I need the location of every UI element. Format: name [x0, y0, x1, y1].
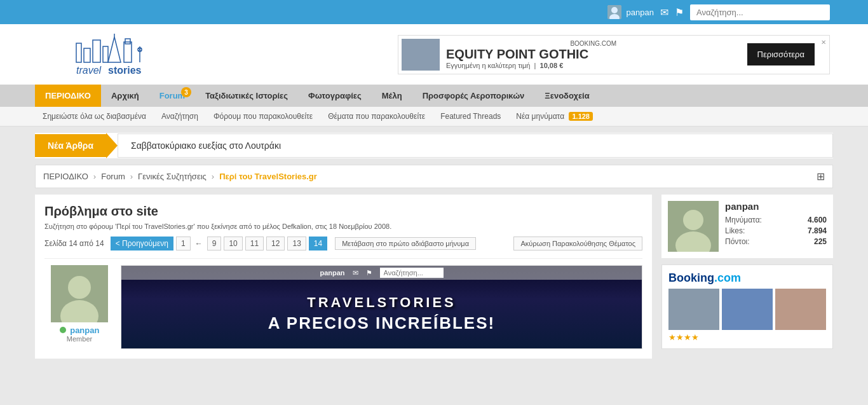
sub-nav-watched-forums[interactable]: Φόρουμ που παρακολουθείτε: [206, 107, 320, 126]
stat-points: Πόντοι: 225: [725, 237, 827, 246]
inner-icon-1[interactable]: ✉: [353, 269, 358, 277]
breadcrumb-sep-3: ›: [212, 172, 214, 181]
online-indicator: [60, 327, 66, 333]
new-article-bar: Νέα Άρθρα Σαββατοκύριακο ευεξίας στο Λου…: [35, 133, 833, 158]
svg-text:stories: stories: [108, 65, 142, 76]
sidebar-profile-avatar: [668, 201, 719, 252]
page-btn-12[interactable]: 12: [266, 237, 285, 251]
top-bar: panpan ✉ ⚑: [0, 0, 868, 24]
page-btn-13[interactable]: 13: [287, 237, 306, 251]
svg-point-18: [68, 276, 91, 299]
thread-info: Συζήτηση στο φόρουμ 'Περί του TravelStor…: [44, 223, 642, 230]
page-btn-1[interactable]: 1: [176, 237, 191, 251]
new-article-label[interactable]: Νέα Άρθρα: [35, 134, 106, 157]
nav-item-periodiko[interactable]: ΠΕΡΙΟΔΙΚΟ: [35, 85, 101, 107]
svg-rect-10: [125, 39, 130, 44]
sub-nav-watched-threads[interactable]: Θέματα που παρακολουθείτε: [320, 107, 433, 126]
svg-rect-4: [84, 48, 90, 62]
unwatch-button[interactable]: Ακύρωση Παρακολούθησης Θέματος: [513, 237, 642, 251]
svg-marker-7: [108, 37, 121, 62]
nav-item-travel-stories[interactable]: Ταξιδιωτικές Ιστορίες: [195, 85, 298, 107]
sidebar-profile-name[interactable]: panpan: [725, 201, 827, 212]
thread-content: Πρόβλημα στο site Συζήτηση στο φόρουμ 'Π…: [35, 195, 652, 359]
sidebar-booking-ad: Booking.com ★★★★: [661, 264, 833, 349]
sidebar-profile-info: panpan Μηνύματα: 4.600 Likes: 7.894 Πόντ…: [725, 201, 827, 252]
breadcrumb-about[interactable]: Περί του TravelStories.gr: [219, 172, 317, 181]
post-author-avatar: [51, 265, 108, 322]
ad-subtitle: Εγγυημένη η καλύτερη τιμή | 10,08 €: [446, 62, 741, 69]
breadcrumb-forum[interactable]: Forum: [101, 172, 125, 181]
sidebar-booking-stars: ★★★★: [668, 333, 826, 342]
svg-rect-3: [76, 43, 81, 62]
new-article-title[interactable]: Σαββατοκύριακο ευεξίας στο Λουτράκι: [118, 134, 833, 158]
svg-text:travel: travel: [76, 65, 102, 76]
booking-img-1: [668, 289, 719, 330]
arrow-decoration: [106, 133, 118, 158]
main-nav: ΠΕΡΙΟΔΙΚΟ Αρχική Forum 3 Ταξιδιωτικές Ισ…: [0, 85, 868, 107]
svg-point-1: [611, 7, 618, 13]
stat-likes: Likes: 7.894: [725, 226, 827, 235]
new-messages-badge: 1.128: [569, 112, 593, 121]
ad-more-button[interactable]: Περισσότερα: [747, 43, 815, 65]
ad-price: 10,08 €: [540, 62, 564, 69]
nav-item-forum[interactable]: Forum 3: [149, 85, 195, 107]
nav-item-photos[interactable]: Φωτογραφίες: [298, 85, 372, 107]
ellipsis-1: ←: [193, 239, 205, 248]
nav-item-arxiki[interactable]: Αρχική: [101, 85, 149, 107]
svg-rect-5: [93, 40, 100, 62]
sub-nav-mark-read[interactable]: Σημειώστε όλα ως διαβασμένα: [35, 107, 154, 126]
page-btn-14[interactable]: 14: [309, 237, 327, 251]
nav-item-offers[interactable]: Προσφορές Αεροπορικών: [412, 85, 535, 107]
post-content: panpan ✉ ⚑ TRAVELSTORIES A PRECIOS INCRE…: [121, 265, 642, 349]
sub-nav-new-messages[interactable]: Νέα μηνύματα 1.128: [508, 107, 600, 126]
stat-messages: Μηνύματα: 4.600: [725, 216, 827, 224]
ad-source: BOOKING.COM: [446, 40, 741, 47]
breadcrumb: ΠΕΡΙΟΔΙΚΟ › Forum › Γενικές Συζητήσεις ›…: [43, 172, 317, 181]
post-area: panpan Member panpan ✉ ⚑ TRAVELSTORIES A…: [44, 258, 642, 349]
breadcrumb-sep-2: ›: [130, 172, 133, 181]
breadcrumb-icon: ⊞: [817, 170, 825, 182]
post-inner-username: panpan: [320, 269, 344, 277]
post-username[interactable]: panpan: [70, 326, 99, 335]
nav-item-hotels[interactable]: Ξενοδοχεία: [534, 85, 599, 107]
breadcrumb-general[interactable]: Γενικές Συζητήσεις: [138, 172, 207, 181]
header: travel stories BOOKING.COM EQUITY POINT …: [0, 24, 868, 85]
notification-badge: 3: [181, 87, 191, 97]
nav-item-members[interactable]: Μέλη: [372, 85, 412, 107]
flag-icon[interactable]: ⚑: [675, 6, 684, 18]
post-author: panpan Member: [44, 265, 114, 349]
inner-search[interactable]: [380, 268, 444, 278]
ad-image: [402, 39, 440, 71]
svg-rect-6: [103, 46, 108, 62]
svg-point-21: [683, 210, 703, 230]
page-btn-9[interactable]: 9: [207, 237, 222, 251]
svg-rect-9: [124, 42, 132, 62]
goto-first-unread-button[interactable]: Μετάβαση στο πρώτο αδιάβαστο μήνυμα: [335, 237, 476, 250]
search-input[interactable]: [690, 4, 830, 20]
breadcrumb-sep-1: ›: [93, 172, 96, 181]
post-role: Member: [44, 335, 114, 343]
mail-icon[interactable]: ✉: [660, 6, 668, 18]
sidebar: panpan Μηνύματα: 4.600 Likes: 7.894 Πόντ…: [661, 195, 833, 359]
user-avatar-small: [607, 5, 621, 19]
page-btn-11[interactable]: 11: [245, 237, 264, 251]
sidebar-booking-logo: Booking.com: [668, 271, 826, 285]
ad-text-area: BOOKING.COM EQUITY POINT GOTHIC Εγγυημέν…: [446, 40, 741, 69]
page-label: Σελίδα 14 από 14: [44, 239, 104, 248]
booking-img-3: [775, 289, 826, 330]
logo-area[interactable]: travel stories: [38, 31, 184, 78]
breadcrumb-periodiko[interactable]: ΠΕΡΙΟΔΙΚΟ: [43, 172, 88, 181]
prev-page-button[interactable]: < Προηγούμενη: [111, 237, 173, 251]
top-bar-username[interactable]: panpan: [627, 8, 654, 17]
sub-nav-search[interactable]: Αναζήτηση: [154, 107, 206, 126]
main-content: Πρόβλημα στο site Συζήτηση στο φόρουμ 'Π…: [35, 195, 833, 359]
sub-nav: Σημειώστε όλα ως διαβασμένα Αναζήτηση Φό…: [0, 107, 868, 127]
inner-icon-2[interactable]: ⚑: [366, 269, 372, 277]
sub-nav-featured[interactable]: Featured Threads: [433, 107, 508, 126]
sidebar-profile: panpan Μηνύματα: 4.600 Likes: 7.894 Πόντ…: [661, 195, 833, 258]
page-btn-10[interactable]: 10: [224, 237, 242, 251]
sidebar-booking-images: [668, 289, 826, 330]
post-inner-nav: panpan ✉ ⚑: [121, 266, 642, 280]
ad-close-button[interactable]: ✕: [821, 39, 826, 46]
user-info: panpan: [607, 5, 654, 19]
